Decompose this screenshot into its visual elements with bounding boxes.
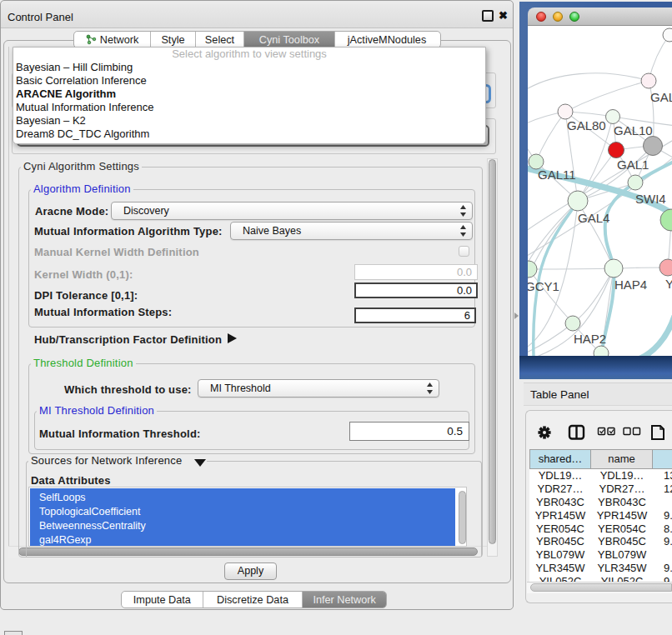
svg-text:GAL1: GAL1 bbox=[617, 158, 649, 172]
svg-text:GAL4: GAL4 bbox=[578, 211, 609, 225]
svg-text:GAL80: GAL80 bbox=[567, 118, 606, 132]
svg-text:GAL11: GAL11 bbox=[538, 168, 576, 182]
svg-text:Y: Y bbox=[665, 277, 672, 291]
svg-text:SWI4: SWI4 bbox=[635, 192, 666, 206]
svg-text:HAP2: HAP2 bbox=[574, 332, 606, 346]
svg-text:HAP4: HAP4 bbox=[614, 278, 647, 292]
svg-text:GCY1: GCY1 bbox=[528, 279, 559, 293]
svg-text:GAL: GAL bbox=[650, 90, 672, 104]
svg-text:GAL10: GAL10 bbox=[614, 123, 653, 138]
